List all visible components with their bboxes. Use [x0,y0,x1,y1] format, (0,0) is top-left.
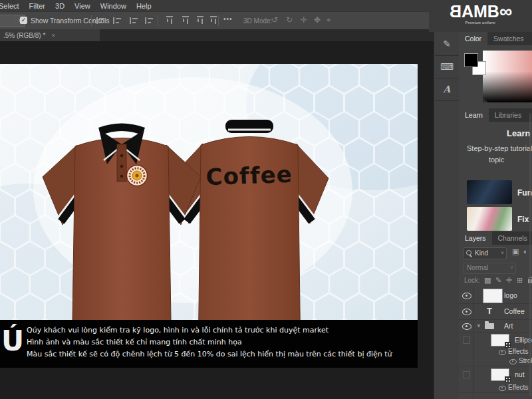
brand-header: BAMB∞ Premium uniform [429,0,532,32]
align-left-edges-icon[interactable] [96,17,106,24]
roll-3d-icon[interactable]: ↻ [286,15,293,25]
layer-row-coffee[interactable]: T Coffee [459,303,532,320]
shape-layer-thumbnail[interactable] [491,334,509,346]
3d-mode-label: 3D Mode: [243,17,272,25]
visibility-toggle-empty[interactable] [463,371,470,378]
distribute-left-edges-icon[interactable] [210,16,217,25]
foreground-color-swatch[interactable] [464,53,478,67]
align-top-edges-icon[interactable] [145,17,154,24]
coffee-print-text: Coffee [205,161,293,191]
menu-help[interactable]: Help [136,2,152,10]
layer-row-nut[interactable]: nut [459,366,532,383]
visibility-eye-icon[interactable] [462,323,471,330]
layer-filter-row: Kind ∨ ▣ ◐ [459,245,532,261]
lock-artboard-icon[interactable]: ⊞ [517,276,523,285]
distribute-bottom-edges-icon[interactable] [197,16,203,25]
distribute-vertical-centers-icon[interactable] [182,16,189,25]
visibility-toggle-empty[interactable] [463,336,470,344]
show-transform-checkbox[interactable]: ✓ [20,17,27,24]
effects-row[interactable]: Effects [459,383,532,393]
menu-3d[interactable]: 3D [55,2,65,10]
stroke-effect-row[interactable]: Stroke [459,356,532,366]
tab-libraries[interactable]: Libraries [489,108,527,122]
blend-mode-dropdown[interactable]: Normal ∨ [463,263,516,274]
filter-image-icon[interactable]: ▣ [512,247,519,256]
caption-colon: : [16,331,23,350]
options-bar: ∨ ✓ Show Transform Controls ••• 3D Mode:… [0,11,429,31]
layer-name[interactable]: Art [504,322,513,330]
tab-channels[interactable]: Channels [492,231,532,245]
brush-panel-button[interactable]: ✎ [435,33,459,56]
panel-scrollbar[interactable] [529,113,531,396]
effects-eye-icon[interactable] [499,350,506,355]
mockup-canvas[interactable]: Coffee [0,64,418,368]
glyphs-panel-button[interactable]: A [435,78,459,101]
lock-transparency-icon[interactable]: ▩ [484,276,491,285]
tutorial-thumbnail-flowers[interactable] [467,207,512,231]
align-horizontal-centers-icon[interactable] [113,17,122,24]
filter-adjustment-icon[interactable]: ◐ [523,247,528,255]
tab-gradients[interactable]: Gradients [530,32,532,45]
distribute-top-edges-icon[interactable] [166,16,173,25]
layer-name[interactable]: Coffee [504,307,525,315]
tab-layers[interactable]: Layers [459,231,492,245]
layers-panel: Layers Channels Paths Kind ∨ ▣ ◐ Normal … [459,231,532,399]
tutorial-thumbnail-dark[interactable] [467,180,512,204]
effects-eye-icon[interactable] [499,386,506,391]
panel-icon-dock: ✎ ⌨ A [434,32,460,399]
effects-label[interactable]: Effects [508,384,528,391]
close-icon[interactable]: × [51,32,55,39]
effects-row[interactable]: Effects [459,347,532,356]
blend-mode-value: Normal [467,264,488,271]
group-expand-chevron-icon[interactable]: ∨ [477,323,481,329]
layer-thumbnail[interactable] [483,289,503,303]
align-right-edges-icon[interactable] [130,17,139,24]
menu-bar: Select Filter 3D View Window Help [0,0,430,11]
slide-3d-icon[interactable]: ✥ [314,15,321,25]
layers-panel-tabs: Layers Channels Paths [459,231,532,245]
divider [91,15,92,26]
blend-mode-row: Normal ∨ [459,261,532,274]
divider [158,15,158,26]
layer-row-logo[interactable]: logo [459,287,532,304]
caption-line: Hình ảnh và màu sắc thiết kế chỉ mang tí… [27,338,242,346]
typewriter-icon: ⌨ [440,61,454,72]
color-panel-tabs: Color Swatches Gradients [459,32,532,45]
layer-name[interactable]: nut [515,370,525,378]
color-picker-field[interactable] [483,51,532,102]
effects-label[interactable]: Effects [508,348,528,355]
pan-3d-icon[interactable]: ✛ [301,15,307,25]
layer-name[interactable]: logo [504,291,517,299]
tutorial-label[interactable]: Fix [517,215,529,224]
menu-view[interactable]: View [74,2,90,10]
shape-badge-icon [505,376,511,382]
glyphs-a-icon: A [444,84,451,94]
layer-row-ellipse[interactable]: Ellipse 1 [459,332,532,347]
document-tab-bar: .5% (RGB/8) * × [0,29,434,41]
chevron-down-icon: ∨ [501,250,504,255]
tab-learn[interactable]: Learn [459,108,489,122]
infinity-icon: ∞ [499,1,511,21]
visibility-eye-icon[interactable] [462,293,471,299]
zoom-3d-icon[interactable]: ⌖ [327,15,331,25]
filter-kind-dropdown[interactable]: Kind ∨ [463,247,507,259]
more-options-button[interactable]: ••• [223,15,233,23]
tab-color[interactable]: Color [459,32,487,45]
document-tab[interactable]: .5% (RGB/8) * × [0,29,100,41]
effects-eye-icon[interactable] [509,359,517,364]
text-layer-icon: T [487,306,492,316]
menu-filter[interactable]: Filter [29,2,45,10]
folder-icon [485,323,494,329]
tab-swatches[interactable]: Swatches [487,32,530,45]
visibility-eye-icon[interactable] [462,309,471,315]
lock-position-icon[interactable]: ✛ [506,276,512,285]
menu-select[interactable]: Select [0,2,19,10]
layer-row-art-group[interactable]: ∨ Art [459,319,532,333]
menu-window[interactable]: Window [100,2,126,10]
character-panel-button[interactable]: ⌨ [435,56,459,78]
caption-line: Màu sắc thiết kế sẽ có độ chênh lệch từ … [27,350,392,358]
learn-description-line: Step-by-step tutorials [467,144,532,152]
lock-pixels-icon[interactable]: ✎ [495,276,501,285]
shape-layer-thumbnail[interactable] [491,368,509,381]
orbit-3d-icon[interactable]: ↺ [271,15,278,25]
